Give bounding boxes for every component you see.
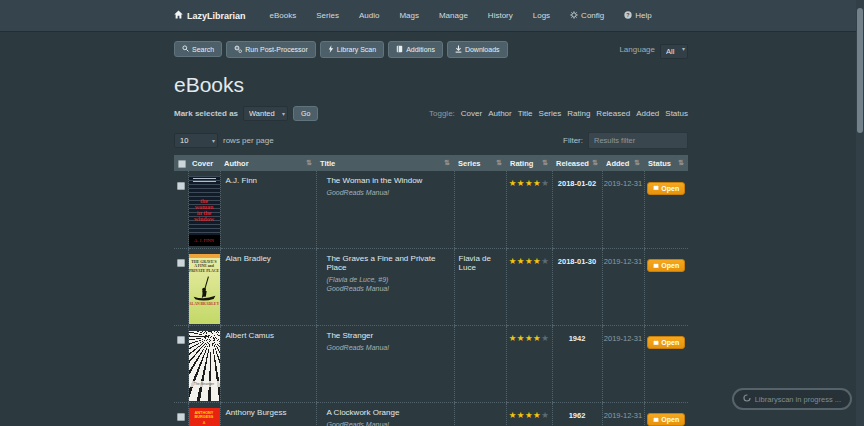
nav-item-config[interactable]: Config [560, 0, 614, 32]
nav-item-manage[interactable]: Manage [429, 0, 478, 32]
col-header-series[interactable]: Series⇅ [454, 155, 506, 171]
spinner-icon [743, 394, 751, 404]
author-link[interactable]: Alan Bradley [220, 248, 316, 325]
table-row: ANTHONY BURGESS A CLOCKWORK ORANGE Antho… [174, 402, 688, 426]
nav-item-audio[interactable]: Audio [349, 0, 389, 32]
col-header-author[interactable]: Author⇅ [220, 155, 316, 171]
book-title[interactable]: A Clockwork Orange [327, 408, 454, 417]
row-checkbox[interactable] [177, 413, 185, 421]
gear-icon [570, 11, 578, 21]
toggle-rating[interactable]: Rating [567, 109, 590, 118]
sort-icon: ⇅ [496, 159, 502, 167]
downloads-button[interactable]: Downloads [447, 41, 508, 58]
sort-icon: ⇅ [678, 159, 684, 167]
rows-per-page-label: rows per page [223, 136, 274, 145]
scrollbar-track[interactable] [856, 0, 864, 426]
go-button[interactable]: Go [293, 106, 318, 121]
col-header-cover: Cover [188, 155, 220, 171]
open-button[interactable]: Open [647, 182, 685, 195]
rows-per-page-select[interactable]: 10 [174, 133, 218, 148]
toolbar: Search Run Post-Processor Library Scan A… [0, 36, 864, 62]
library-scan-button[interactable]: Library Scan [320, 41, 384, 58]
nav-item-help[interactable]: ? Help [614, 0, 661, 32]
book-cover[interactable]: thewomanin thewindow A. J. FINN [189, 176, 220, 246]
toggle-released[interactable]: Released [596, 109, 630, 118]
col-header-rating[interactable]: Rating⇅ [506, 155, 552, 171]
series-cell[interactable] [454, 171, 506, 248]
books-table: Cover Author⇅ Title⇅ Series⇅ Rating⇅ Rel… [174, 155, 688, 426]
scrollbar-thumb[interactable] [857, 8, 863, 133]
lightning-icon [328, 45, 334, 54]
language-label: Language [619, 45, 655, 54]
col-header-title[interactable]: Title⇅ [316, 155, 454, 171]
select-all-checkbox[interactable] [178, 160, 186, 168]
nav-item-mags[interactable]: Mags [389, 0, 429, 32]
nav-item-ebooks[interactable]: eBooks [260, 0, 307, 32]
book-source: GoodReads Manual [327, 285, 454, 292]
rating-stars: ★★★★★ [507, 408, 552, 420]
book-cover[interactable]: The Stranger [189, 331, 220, 401]
col-header-added[interactable]: Added⇅ [602, 155, 644, 171]
filter-input[interactable] [588, 132, 688, 149]
home-icon [174, 10, 183, 21]
rating-stars: ★★★★★ [507, 254, 552, 266]
book-cover[interactable]: ANTHONY BURGESS A CLOCKWORK ORANGE [189, 408, 220, 426]
brand-label: LazyLibrarian [187, 11, 246, 21]
series-cell[interactable] [454, 325, 506, 402]
language-select[interactable]: All [660, 44, 688, 59]
help-icon: ? [624, 11, 632, 21]
book-series-note: (Flavia de Luce, #9) [327, 276, 454, 283]
book-cover[interactable]: THE GRAVE'SA FINE andPRIVATE PLACE ALAN … [189, 254, 220, 324]
table-header-row: Cover Author⇅ Title⇅ Series⇅ Rating⇅ Rel… [174, 155, 688, 171]
book-title[interactable]: The Stranger [327, 331, 454, 340]
toggle-cover[interactable]: Cover [461, 109, 482, 118]
open-button[interactable]: Open [647, 336, 685, 349]
column-toggle-group: Toggle: Cover Author Title Series Rating… [429, 109, 688, 118]
svg-text:?: ? [627, 11, 630, 17]
table-row: THE GRAVE'SA FINE andPRIVATE PLACE ALAN … [174, 248, 688, 325]
author-link[interactable]: Albert Camus [220, 325, 316, 402]
released-cell: 2018-01-30 [552, 248, 602, 325]
added-cell: 2019-12-31 [602, 171, 644, 248]
page-title: eBooks [174, 73, 688, 97]
author-link[interactable]: A.J. Finn [220, 171, 316, 248]
toggle-author[interactable]: Author [488, 109, 512, 118]
sort-icon: ⇅ [542, 159, 548, 167]
released-cell: 1942 [552, 325, 602, 402]
run-post-processor-button[interactable]: Run Post-Processor [226, 41, 316, 58]
book-source: GoodReads Manual [327, 189, 454, 196]
mark-selected-row: Mark selected as Wanted ▾ Go Toggle: Cov… [174, 106, 688, 121]
row-checkbox[interactable] [177, 182, 185, 190]
navbar: LazyLibrarian eBooks Series Audio Mags M… [0, 0, 864, 32]
open-button[interactable]: Open [647, 413, 685, 426]
nav-item-history[interactable]: History [478, 0, 523, 32]
mark-selected-label: Mark selected as [174, 109, 238, 118]
toggle-title[interactable]: Title [518, 109, 533, 118]
search-button[interactable]: Search [174, 41, 222, 57]
book-title[interactable]: The Woman in the Window [327, 176, 454, 185]
nav-item-logs[interactable]: Logs [523, 0, 560, 32]
open-button[interactable]: Open [647, 259, 685, 272]
gears-icon [234, 45, 242, 54]
additions-button[interactable]: Additions [388, 41, 443, 58]
toggle-status[interactable]: Status [665, 109, 688, 118]
boat-illustration [191, 274, 218, 302]
mark-selected-select[interactable]: Wanted [243, 106, 288, 121]
col-header-status[interactable]: Status⇅ [644, 155, 688, 171]
col-header-released[interactable]: Released⇅ [552, 155, 602, 171]
book-source: GoodReads Manual [327, 421, 454, 426]
released-cell: 2018-01-02 [552, 171, 602, 248]
series-cell[interactable] [454, 402, 506, 426]
row-checkbox[interactable] [177, 259, 185, 267]
toggle-series[interactable]: Series [539, 109, 562, 118]
sort-icon: ⇅ [444, 159, 450, 167]
toast-libraryscan: Libraryscan in progress ... [732, 388, 852, 410]
book-title[interactable]: The Graves a Fine and Private Place [327, 254, 454, 272]
sort-icon: ⇅ [592, 159, 598, 167]
series-link[interactable]: Flavia de Luce [454, 248, 506, 325]
brand[interactable]: LazyLibrarian [174, 10, 246, 21]
row-checkbox[interactable] [177, 336, 185, 344]
author-link[interactable]: Anthony Burgess [220, 402, 316, 426]
nav-item-series[interactable]: Series [306, 0, 349, 32]
toggle-added[interactable]: Added [636, 109, 659, 118]
